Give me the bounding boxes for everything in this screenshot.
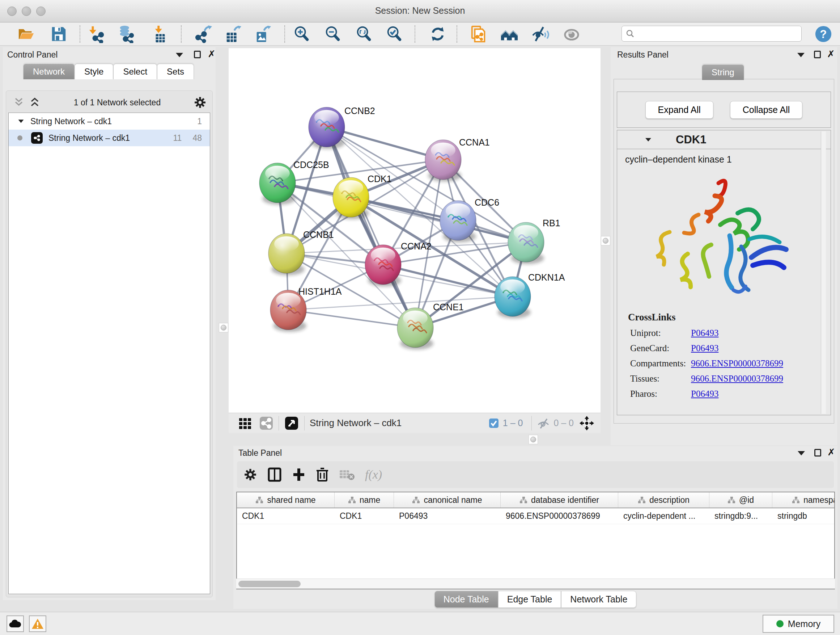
- help-button[interactable]: ?: [813, 24, 834, 44]
- hidden-eye-slash-icon[interactable]: [537, 417, 551, 429]
- zoom-in-button[interactable]: [292, 24, 312, 44]
- string-style-icon[interactable]: [259, 416, 273, 431]
- network-view-canvas[interactable]: CCNB2CCNA1CDC25BCDK1CDC6RB1CCNB1CCNA2CDK…: [229, 48, 600, 413]
- network-collection-row[interactable]: String Network – cdk1 1: [9, 113, 210, 130]
- table-horizontal-scrollbar[interactable]: [236, 578, 835, 589]
- open-session-button[interactable]: [16, 24, 36, 44]
- tab-select[interactable]: Select: [113, 64, 157, 79]
- show-columns-icon[interactable]: [267, 467, 282, 482]
- zoom-fit-button[interactable]: [354, 24, 374, 44]
- table-cell[interactable]: cyclin-dependent ...: [618, 508, 709, 524]
- import-table-button[interactable]: [150, 24, 171, 44]
- import-network-button[interactable]: [87, 24, 107, 44]
- column-header-id[interactable]: @id: [709, 492, 772, 508]
- show-all-button[interactable]: [561, 24, 582, 44]
- close-panel-icon[interactable]: ✗: [827, 448, 835, 456]
- results-scrollbar[interactable]: [821, 131, 826, 414]
- warnings-button[interactable]: [29, 616, 46, 632]
- table-cell[interactable]: P06493: [394, 508, 501, 524]
- tab-sets[interactable]: Sets: [157, 64, 194, 79]
- node-details-header[interactable]: CDK1: [617, 130, 831, 149]
- crosslink-row: Pharos:P06493: [630, 389, 831, 399]
- toolbar-divider: [181, 25, 182, 43]
- fit-selected-crosshair-icon[interactable]: [579, 415, 595, 431]
- right-splitter-handle[interactable]: [601, 236, 610, 245]
- tab-node-table[interactable]: Node Table: [434, 591, 498, 608]
- node-CCNA2[interactable]: [365, 245, 401, 287]
- table-cell[interactable]: CDK1: [237, 508, 335, 524]
- export-table-button[interactable]: [223, 24, 243, 44]
- memory-button[interactable]: Memory: [763, 615, 834, 633]
- float-panel-icon[interactable]: [797, 53, 805, 57]
- crosslink-link[interactable]: 9606.ENSP00000378699: [691, 358, 783, 369]
- save-session-button[interactable]: [49, 24, 69, 44]
- collection-expander-icon[interactable]: [19, 120, 24, 123]
- gear-icon[interactable]: [243, 468, 257, 481]
- expand-all-button[interactable]: Expand All: [645, 101, 714, 119]
- cloud-status-button[interactable]: [6, 616, 24, 632]
- collapse-all-icon[interactable]: [13, 97, 25, 108]
- string-network-graph[interactable]: CCNB2CCNA1CDC25BCDK1CDC6RB1CCNB1CCNA2CDK…: [229, 48, 600, 413]
- zoom-selected-button[interactable]: [384, 24, 404, 44]
- table-cell[interactable]: stringdb: [772, 508, 835, 524]
- grid-view-icon[interactable]: [238, 416, 253, 431]
- column-header-name[interactable]: name: [335, 492, 394, 508]
- crosslink-link[interactable]: P06493: [691, 328, 718, 338]
- left-splitter-handle[interactable]: [219, 323, 228, 333]
- close-panel-icon[interactable]: ✗: [827, 50, 835, 58]
- close-panel-icon[interactable]: ✗: [208, 50, 216, 58]
- crosslink-link[interactable]: 9606.ENSP00000378699: [691, 374, 783, 384]
- home-pages-button[interactable]: [499, 24, 519, 44]
- zoom-out-button[interactable]: [323, 24, 343, 44]
- bottom-splitter-handle[interactable]: [529, 435, 538, 444]
- collapse-all-button[interactable]: Collapse All: [730, 101, 803, 119]
- maximize-panel-icon[interactable]: [814, 449, 821, 456]
- node-CCNB2[interactable]: [309, 107, 345, 149]
- scrollbar-thumb[interactable]: [238, 581, 301, 587]
- node-CCNB1[interactable]: [268, 233, 305, 276]
- table-cell[interactable]: stringdb:9...: [709, 508, 772, 524]
- birdseye-view-icon[interactable]: [284, 416, 299, 431]
- table-row[interactable]: CDK1CDK1P064939606.ENSP00000378699cyclin…: [237, 508, 834, 524]
- maximize-panel-icon[interactable]: [814, 51, 821, 58]
- node-RB1[interactable]: [508, 222, 544, 264]
- tab-style[interactable]: Style: [74, 64, 113, 79]
- tab-network[interactable]: Network: [23, 64, 74, 79]
- tab-network-table[interactable]: Network Table: [561, 591, 636, 608]
- column-header-canonicalname[interactable]: canonical name: [394, 492, 501, 508]
- section-expander-icon[interactable]: [645, 138, 651, 141]
- float-panel-icon[interactable]: [798, 451, 805, 455]
- float-panel-icon[interactable]: [176, 53, 183, 57]
- column-header-sharedname[interactable]: shared name: [237, 492, 335, 508]
- node-CDC25B[interactable]: [259, 163, 295, 205]
- expand-all-icon[interactable]: [28, 97, 41, 108]
- tab-string[interactable]: String: [702, 65, 744, 80]
- hide-selected-button[interactable]: [531, 24, 551, 44]
- node-CDK1[interactable]: [333, 177, 369, 219]
- node-CCNE1[interactable]: [397, 308, 433, 350]
- node-CDC6[interactable]: [440, 201, 476, 242]
- crosslink-label: Tissues:: [630, 374, 691, 384]
- crosslink-link[interactable]: P06493: [691, 343, 718, 353]
- crosslink-link[interactable]: P06493: [691, 389, 718, 399]
- node-CDKN1A[interactable]: [494, 277, 531, 318]
- column-header-description[interactable]: description: [618, 492, 709, 508]
- gear-icon[interactable]: [194, 96, 207, 109]
- selected-checkbox-icon[interactable]: [488, 418, 499, 429]
- export-image-button[interactable]: [253, 24, 273, 44]
- search-input[interactable]: [635, 29, 790, 38]
- node-CCNA1[interactable]: [425, 140, 461, 182]
- share-document-button[interactable]: [469, 24, 489, 44]
- export-network-button[interactable]: [193, 24, 213, 44]
- add-column-icon[interactable]: [292, 467, 306, 482]
- column-header-namespace[interactable]: namespace: [772, 492, 835, 508]
- column-header-databaseidentifier[interactable]: database identifier: [501, 492, 618, 508]
- import-network-from-database-button[interactable]: [117, 24, 137, 44]
- maximize-panel-icon[interactable]: [194, 51, 201, 58]
- table-cell[interactable]: 9606.ENSP00000378699: [501, 508, 618, 524]
- table-cell[interactable]: CDK1: [335, 508, 394, 524]
- network-row[interactable]: String Network – cdk1 11 48: [9, 130, 210, 146]
- delete-column-icon[interactable]: [316, 467, 329, 482]
- refresh-view-button[interactable]: [428, 24, 448, 44]
- tab-edge-table[interactable]: Edge Table: [498, 591, 561, 608]
